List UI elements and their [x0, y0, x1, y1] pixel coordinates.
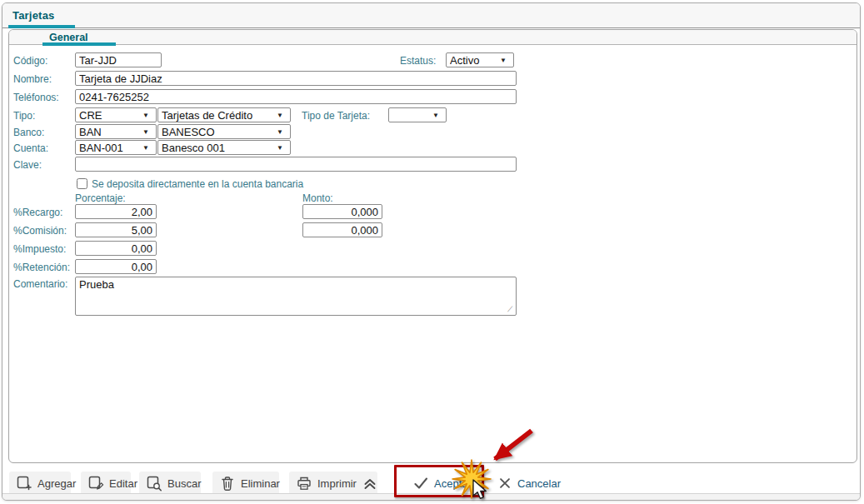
deposito-checkbox-label: Se deposita directamente en la cuenta ba…: [92, 178, 303, 190]
tipo-code-select[interactable]: CRE ▼: [75, 107, 157, 122]
estatus-select[interactable]: Activo ▼: [446, 52, 514, 67]
tab-tarjetas[interactable]: Tarjetas: [12, 9, 55, 22]
dropdown-arrow-icon: ▼: [277, 112, 287, 119]
eliminar-button-label: Eliminar: [241, 477, 280, 490]
cuenta-code-select[interactable]: BAN-001 ▼: [75, 140, 157, 155]
tab-general-underline: [42, 42, 116, 46]
tarjetas-window: Tarjetas General Código: Estatus: Activo…: [2, 2, 861, 501]
clave-label: Clave:: [13, 159, 42, 171]
codigo-label: Código:: [13, 55, 47, 67]
general-panel: General Código: Estatus: Activo ▼ Nombre…: [8, 29, 857, 463]
dropdown-arrow-icon: ▼: [500, 57, 510, 64]
comentario-textarea[interactable]: Prueba: [75, 277, 517, 316]
tipo-tarjeta-label: Tipo de Tarjeta:: [302, 110, 370, 122]
buscar-button[interactable]: Buscar: [139, 472, 201, 495]
impuesto-label: %Impuesto:: [13, 243, 66, 255]
window-footer-strip: [2, 493, 860, 500]
comentario-label: Comentario:: [13, 278, 67, 290]
dropdown-arrow-icon: ▼: [142, 128, 152, 136]
deposito-checkbox[interactable]: [77, 178, 87, 189]
dropdown-arrow-icon: ▼: [142, 112, 152, 119]
editar-button[interactable]: Editar: [81, 472, 131, 495]
edit-document-icon: [87, 475, 104, 492]
retencion-porcentaje-input[interactable]: [75, 259, 157, 274]
banco-desc-select[interactable]: BANESCO ▼: [157, 124, 291, 139]
panel-tabstrip: General: [9, 30, 857, 45]
comision-label: %Comisión:: [13, 225, 67, 237]
printer-icon: [296, 475, 312, 492]
window-tabstrip: Tarjetas: [2, 3, 860, 28]
dropdown-arrow-icon: ▼: [142, 144, 152, 152]
porcentaje-column-header: Porcentaje:: [75, 192, 126, 204]
agregar-button[interactable]: Agregar: [9, 472, 71, 495]
dropdown-arrow-icon: ▼: [277, 128, 287, 136]
tipo-tarjeta-select[interactable]: ▼: [388, 107, 447, 122]
telefonos-label: Teléfonos:: [13, 92, 59, 103]
recargo-monto-input[interactable]: [302, 204, 382, 219]
imprimir-button-label: Imprimir: [317, 477, 357, 490]
telefonos-input[interactable]: [75, 89, 517, 104]
trash-icon: [219, 475, 236, 492]
recargo-label: %Recargo:: [13, 207, 62, 218]
monto-column-header: Monto:: [302, 192, 333, 204]
aceptar-button-label: Aceptar: [434, 477, 472, 490]
banco-label: Banco:: [13, 127, 44, 138]
agregar-button-label: Agregar: [37, 477, 76, 490]
double-chevron-up-icon[interactable]: [362, 475, 378, 492]
comision-monto-input[interactable]: [302, 222, 382, 237]
comision-porcentaje-input[interactable]: [75, 222, 157, 237]
retencion-label: %Retención:: [13, 262, 70, 273]
nombre-input[interactable]: [75, 71, 517, 86]
clave-input[interactable]: [75, 157, 517, 172]
tipo-desc-select[interactable]: Tarjetas de Crédito ▼: [157, 107, 291, 122]
nombre-label: Nombre:: [13, 73, 52, 85]
tipo-label: Tipo:: [13, 110, 35, 122]
cuenta-desc-select[interactable]: Banesco 001 ▼: [157, 140, 291, 155]
imprimir-button[interactable]: Imprimir: [289, 472, 377, 495]
tab-tarjetas-underline: [8, 25, 75, 28]
impuesto-porcentaje-input[interactable]: [75, 241, 157, 256]
dropdown-arrow-icon: ▼: [432, 112, 442, 119]
recargo-porcentaje-input[interactable]: [75, 204, 157, 219]
search-document-icon: [146, 475, 162, 492]
cancelar-button[interactable]: Cancelar: [491, 472, 562, 495]
cancelar-button-label: Cancelar: [517, 477, 561, 490]
check-icon: [412, 475, 429, 492]
estatus-label: Estatus:: [400, 55, 436, 67]
aceptar-button[interactable]: Aceptar: [406, 472, 482, 495]
banco-code-select[interactable]: BAN ▼: [75, 124, 157, 139]
tab-general[interactable]: General: [49, 32, 88, 43]
editar-button-label: Editar: [109, 477, 137, 490]
eliminar-button[interactable]: Eliminar: [212, 472, 279, 495]
codigo-input[interactable]: [75, 52, 162, 67]
add-square-icon: [16, 475, 32, 492]
dropdown-arrow-icon: ▼: [277, 144, 287, 152]
cuenta-label: Cuenta:: [13, 142, 48, 154]
x-icon: [497, 476, 512, 491]
buscar-button-label: Buscar: [167, 477, 201, 490]
